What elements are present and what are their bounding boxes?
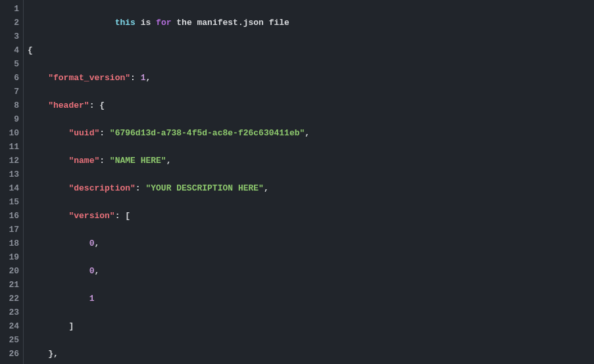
token-key: "format_version" — [48, 73, 130, 83]
token-string: "NAME HERE" — [110, 156, 166, 166]
token-key: "header" — [48, 101, 89, 110]
token-keyword: for — [156, 18, 171, 28]
token-word: is — [141, 18, 151, 28]
code-line[interactable]: "format_version": 1, — [28, 71, 594, 85]
line-number: 11 — [0, 140, 19, 154]
line-number: 12 — [0, 154, 19, 168]
token-number: 1 — [89, 294, 95, 304]
line-number-gutter: 1234567891011121314151617181920212223242… — [0, 0, 24, 364]
line-number: 19 — [0, 250, 19, 264]
line-number: 9 — [0, 112, 19, 126]
code-line[interactable]: 1 — [28, 292, 594, 306]
line-number: 2 — [0, 16, 19, 30]
token-string: "YOUR DESCRIPTION HERE" — [145, 183, 263, 193]
code-line[interactable]: 0, — [28, 264, 594, 278]
code-line[interactable]: "name": "NAME HERE", — [28, 154, 594, 168]
line-number: 4 — [0, 43, 19, 57]
token-key: "description" — [68, 183, 135, 193]
code-line[interactable]: "uuid": "6796d13d-a738-4f5d-ac8e-f26c630… — [28, 126, 594, 140]
token-key: "uuid" — [68, 128, 99, 138]
token-key: "version" — [68, 211, 114, 221]
line-number: 8 — [0, 99, 19, 112]
line-number: 10 — [0, 126, 19, 140]
code-line[interactable]: }, — [28, 347, 594, 361]
token-text: the manifest.json file — [176, 18, 289, 28]
line-number: 21 — [0, 278, 19, 292]
code-line[interactable]: ] — [28, 319, 594, 333]
line-number: 1 — [0, 2, 19, 16]
code-editor[interactable]: 1234567891011121314151617181920212223242… — [0, 0, 594, 364]
line-number: 24 — [0, 319, 19, 333]
line-number: 5 — [0, 57, 19, 71]
line-number: 26 — [0, 347, 19, 361]
token-brace: { — [28, 45, 33, 55]
line-number: 23 — [0, 306, 19, 319]
line-number: 14 — [0, 181, 19, 195]
code-line[interactable]: 0, — [28, 237, 594, 250]
token-this: this — [115, 18, 136, 28]
code-line[interactable]: { — [28, 43, 594, 57]
token-key: "name" — [68, 156, 99, 166]
code-line[interactable]: "description": "YOUR DESCRIPTION HERE", — [28, 181, 594, 195]
line-number: 3 — [0, 30, 19, 43]
code-line[interactable]: "header": { — [28, 99, 594, 112]
line-number: 18 — [0, 237, 19, 250]
code-line[interactable]: this is for the manifest.json file — [28, 16, 594, 30]
line-number: 15 — [0, 195, 19, 209]
line-number: 13 — [0, 168, 19, 181]
line-number: 7 — [0, 85, 19, 99]
line-number: 20 — [0, 264, 19, 278]
code-line[interactable]: "version": [ — [28, 209, 594, 223]
line-number: 25 — [0, 333, 19, 347]
line-number: 6 — [0, 71, 19, 85]
line-number: 16 — [0, 209, 19, 223]
token-string: "6796d13d-a738-4f5d-ac8e-f26c630411eb" — [110, 128, 305, 138]
line-number: 22 — [0, 292, 19, 306]
line-number: 17 — [0, 223, 19, 237]
code-area[interactable]: this is for the manifest.json file { "fo… — [24, 0, 594, 364]
